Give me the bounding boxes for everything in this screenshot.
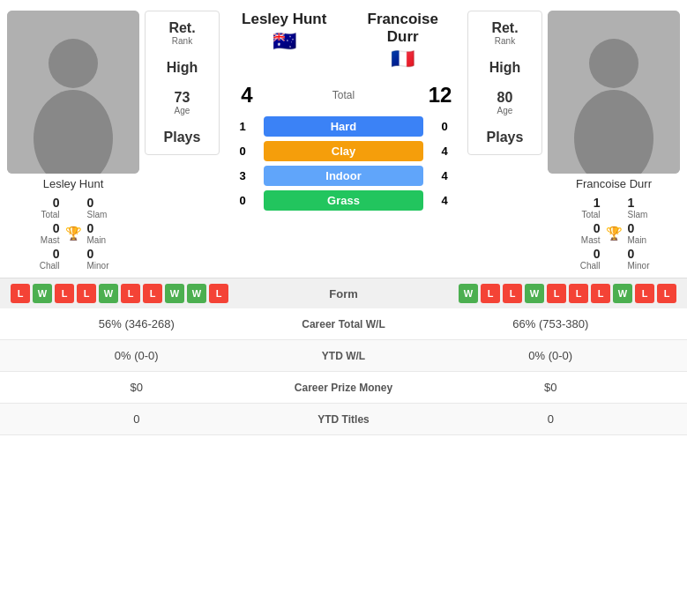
left-form-badge-6: L — [143, 284, 162, 303]
surface-row-hard: 1 Hard 0 — [225, 116, 462, 137]
bs-left-2: $0 — [0, 381, 273, 394]
right-form-badge-2: L — [503, 284, 522, 303]
totals-line: 4 Total 12 — [225, 83, 462, 108]
right-form-badge-7: W — [613, 284, 632, 303]
right-player-block: Francoise Durr 1 Total 1 Slam — [467, 11, 680, 271]
left-form-badge-1: W — [33, 284, 52, 303]
left-form-badge-3: L — [77, 284, 96, 303]
right-form-badge-1: L — [481, 284, 500, 303]
right-flag: 🇫🇷 — [344, 48, 463, 71]
bs-label-2: Career Prize Money — [273, 382, 414, 394]
surface-left-clay: 0 — [225, 145, 260, 158]
right-total-val: 1 Total — [551, 196, 601, 219]
left-high: High — [167, 60, 198, 76]
surface-right-grass: 4 — [427, 194, 462, 207]
left-player-name: Lesley Hunt — [43, 177, 104, 190]
left-minor-val: 0 Minor — [87, 247, 137, 271]
right-stats-grid: 1 Total 1 Slam 0 Mast — [548, 196, 680, 271]
bottom-stat-row-1: 0% (0-0) YTD W/L 0% (0-0) — [0, 340, 687, 372]
right-minor-val: 0 Minor — [628, 247, 677, 271]
left-player-header: Lesley Hunt 🇦🇺 — [225, 11, 344, 76]
right-form-badge-9: L — [657, 284, 676, 303]
surface-right-hard: 0 — [427, 120, 462, 133]
left-rank: Ret. Rank — [168, 20, 195, 46]
bs-left-1: 0% (0-0) — [0, 349, 273, 362]
surface-left-hard: 1 — [225, 120, 260, 133]
left-player-top: Lesley Hunt 0 Total 0 Slam — [7, 11, 220, 271]
left-form-badge-4: W — [99, 284, 118, 303]
right-below-avatar: Francoise Durr 1 Total 1 Slam — [548, 177, 680, 271]
left-form-badge-0: L — [11, 284, 30, 303]
right-form-badge-8: L — [635, 284, 654, 303]
bottom-stats: 56% (346-268) Career Total W/L 66% (753-… — [0, 308, 687, 435]
right-form-badge-6: L — [591, 284, 610, 303]
total-left-val: 4 — [225, 83, 269, 108]
right-main-val: 0 Main — [628, 221, 677, 245]
left-flag: 🇦🇺 — [225, 30, 344, 53]
svg-point-4 — [589, 39, 638, 88]
surface-right-clay: 4 — [427, 145, 462, 158]
surface-row-clay: 0 Clay 4 — [225, 141, 462, 161]
bs-label-1: YTD W/L — [273, 350, 414, 362]
right-trophy-icon: 🏆 — [606, 226, 623, 241]
surface-left-indoor: 3 — [225, 169, 260, 182]
right-form-badge-3: W — [525, 284, 544, 303]
left-player-block: Lesley Hunt 0 Total 0 Slam — [7, 11, 220, 271]
left-info-panel: Ret. Rank High 73 Age Plays — [145, 11, 220, 155]
right-plays: Plays — [487, 130, 524, 145]
left-form-badge-7: W — [165, 284, 184, 303]
main-container: Lesley Hunt 0 Total 0 Slam — [0, 0, 687, 435]
left-player-avatar — [7, 11, 139, 174]
right-age: 80 Age — [497, 90, 513, 115]
left-form-badge-8: W — [187, 284, 206, 303]
right-player-top: Francoise Durr 1 Total 1 Slam — [467, 11, 680, 271]
left-main-val: 0 Main — [87, 221, 137, 245]
left-below-avatar: Lesley Hunt 0 Total 0 Slam — [7, 177, 139, 271]
right-chall-val: 0 Chall — [551, 247, 601, 271]
surface-btn-hard[interactable]: Hard — [264, 116, 423, 137]
surface-btn-grass[interactable]: Grass — [264, 190, 423, 211]
left-form-badge-2: L — [55, 284, 74, 303]
right-player-name: Francoise Durr — [576, 177, 652, 190]
left-form-badges: LWLLWLLWWL — [11, 284, 309, 303]
surface-left-grass: 0 — [225, 194, 260, 207]
right-rank: Ret. Rank — [491, 20, 518, 46]
svg-point-1 — [49, 39, 98, 88]
left-stats-grid: 0 Total 0 Slam 0 Mast — [7, 196, 139, 271]
bs-right-2: $0 — [414, 381, 688, 394]
surface-row-grass: 0 Grass 4 — [225, 190, 462, 211]
left-total-val: 0 Total — [11, 196, 60, 219]
surface-btn-indoor[interactable]: Indoor — [264, 166, 423, 186]
bs-left-0: 56% (346-268) — [0, 317, 273, 330]
total-label: Total — [332, 89, 355, 101]
right-form-badge-4: L — [547, 284, 566, 303]
bs-right-0: 66% (753-380) — [414, 317, 688, 330]
right-player-header: Francoise Durr 🇫🇷 — [344, 11, 463, 76]
center-data: Lesley Hunt 🇦🇺 Francoise Durr 🇫🇷 4 To — [220, 11, 467, 211]
left-slam-val: 0 Slam — [87, 196, 137, 219]
total-right-val: 12 — [418, 83, 462, 108]
left-mast-val: 0 Mast — [11, 221, 60, 245]
left-age: 73 Age — [175, 90, 190, 115]
bs-right-1: 0% (0-0) — [414, 349, 688, 362]
right-info-panel: Ret. Rank High 80 Age Plays — [467, 11, 542, 155]
surface-rows: 1 Hard 0 0 Clay 4 3 Indoor 4 0 Grass 4 — [225, 116, 462, 211]
bs-label-3: YTD Titles — [273, 413, 414, 426]
left-form-badge-5: L — [121, 284, 140, 303]
surface-btn-clay[interactable]: Clay — [264, 141, 423, 161]
left-plays: Plays — [164, 130, 201, 145]
surface-right-indoor: 4 — [427, 169, 462, 182]
right-slam-val: 1 Slam — [628, 196, 677, 219]
bottom-stat-row-2: $0 Career Prize Money $0 — [0, 372, 687, 404]
left-trophy-icon: 🏆 — [65, 226, 82, 241]
bottom-stat-row-3: 0 YTD Titles 0 — [0, 404, 687, 435]
bs-right-3: 0 — [414, 412, 688, 426]
right-form-badge-5: L — [569, 284, 588, 303]
bs-left-3: 0 — [0, 412, 273, 426]
form-row: LWLLWLLWWL Form WLLWLLLWLL — [0, 278, 687, 308]
right-mast-val: 0 Mast — [551, 221, 601, 245]
bottom-stat-row-0: 56% (346-268) Career Total W/L 66% (753-… — [0, 308, 687, 340]
surface-row-indoor: 3 Indoor 4 — [225, 166, 462, 186]
right-high: High — [489, 60, 521, 76]
bs-label-0: Career Total W/L — [273, 318, 414, 330]
